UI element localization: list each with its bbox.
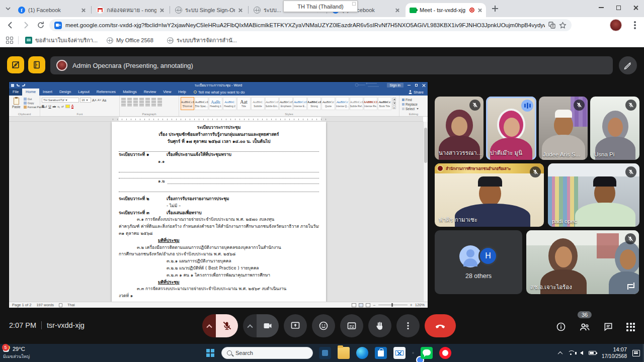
participant-tile[interactable]: padi opec xyxy=(548,163,639,227)
document-page[interactable]: ระเบียบวาระการประชุม เรื่อง ประชุมซักซ้อ… xyxy=(112,122,326,302)
shading-icon[interactable] xyxy=(151,103,156,106)
word-minimize-icon[interactable] xyxy=(408,85,411,85)
replace-button[interactable]: Replace xyxy=(402,103,425,106)
weather-widget[interactable]: 5 29°C มีเมฆส่วนใหญ่ xyxy=(3,345,49,360)
url-text[interactable]: meet.google.com/tsr-vxdd-xjg?fbclid=IwY2… xyxy=(65,22,545,28)
pilcrow-icon[interactable] xyxy=(157,98,162,102)
close-tab-icon[interactable] xyxy=(238,8,243,13)
tab-search-chevron-icon[interactable] xyxy=(5,6,11,12)
select-button[interactable]: Select xyxy=(402,107,425,111)
hidden-icons-chevron[interactable] xyxy=(557,351,562,356)
back-button[interactable] xyxy=(6,21,15,30)
mic-control[interactable] xyxy=(202,314,238,337)
style-subtle-emphasis[interactable]: AaBbCcISubtle Em... xyxy=(265,97,279,110)
style-strong[interactable]: AaBbCcIStrong xyxy=(307,97,321,110)
camera-options-button[interactable] xyxy=(243,314,257,337)
file-explorer-icon[interactable] xyxy=(338,347,350,359)
word-maximize-icon[interactable] xyxy=(415,84,418,86)
style-intense-reference[interactable]: AABBCCIIntense Re... xyxy=(364,97,377,110)
volume-icon[interactable] xyxy=(580,351,583,355)
zoom-out-icon[interactable]: − xyxy=(373,303,375,308)
chrome-active-app[interactable] xyxy=(412,352,414,354)
style-subtitle[interactable]: AaBbCSubtitle xyxy=(251,97,265,110)
zoom-in-icon[interactable]: + xyxy=(410,303,413,308)
more-options-button[interactable] xyxy=(396,314,420,337)
page-indicator[interactable]: Page 1 of 2 xyxy=(12,303,31,307)
taskbar-clock[interactable]: 14:07 17/10/2568 xyxy=(602,346,627,359)
word-vertical-scrollbar[interactable] xyxy=(423,122,428,302)
mail-icon[interactable] xyxy=(393,347,406,359)
scrollbar-thumb[interactable] xyxy=(424,128,427,163)
sort-icon[interactable] xyxy=(151,98,156,102)
activities-button[interactable] xyxy=(626,323,635,331)
tab-gmail[interactable]: กล่องจดหมาย - nongnoh599 xyxy=(93,3,168,17)
style-normal[interactable]: AaBbCcI¶Normal xyxy=(181,97,194,110)
close-tab-icon[interactable] xyxy=(159,8,164,13)
style-heading1[interactable]: AaBtHeading 1 xyxy=(209,97,222,110)
grow-font-button[interactable]: A˄ xyxy=(92,99,97,102)
borders-icon[interactable] xyxy=(157,103,162,106)
crop-icon[interactable] xyxy=(627,283,635,290)
tab-insert[interactable]: Insert xyxy=(39,88,56,96)
window-minimize-button[interactable] xyxy=(593,0,610,15)
bullet-list-icon[interactable] xyxy=(121,98,126,102)
participant-tile-speaking[interactable]: ปาตีเม๊าะ มูนิ xyxy=(486,97,536,160)
window-maximize-button[interactable] xyxy=(610,0,627,15)
start-button[interactable] xyxy=(206,349,214,357)
close-tab-icon[interactable] xyxy=(477,8,482,13)
profile-avatar[interactable] xyxy=(610,19,622,31)
increase-indent-icon[interactable] xyxy=(145,98,150,102)
style-emphasis[interactable]: AaBbCcIEmphasis xyxy=(279,97,293,110)
bold-button[interactable]: B xyxy=(42,105,44,108)
style-book-title[interactable]: AaBbCcBook Title xyxy=(378,97,391,110)
bookmark-myoffice[interactable]: My Office 2568 xyxy=(107,36,153,45)
style-subtle-reference[interactable]: AaBbCcISubtle Ref... xyxy=(350,97,363,110)
justify-icon[interactable] xyxy=(139,103,144,106)
style-intense-emphasis[interactable]: AaBbCcIIntense E... xyxy=(293,97,307,110)
style-quote[interactable]: AaBbCcQuote xyxy=(321,97,335,110)
close-tab-icon[interactable] xyxy=(81,8,86,13)
print-layout-icon[interactable] xyxy=(359,303,363,307)
tab-meet-active[interactable]: Meet - tsr-vxdd-xjg xyxy=(406,3,486,17)
camera-button[interactable] xyxy=(257,314,279,337)
tell-me-box[interactable]: Tell me what you want to do xyxy=(194,90,245,95)
reactions-button[interactable] xyxy=(312,314,335,337)
tab-home[interactable]: Home xyxy=(22,88,39,96)
strikethrough-button[interactable]: ab xyxy=(52,105,56,108)
captions-button[interactable] xyxy=(340,314,363,337)
tab-review[interactable]: Review xyxy=(140,88,160,96)
underline-button[interactable]: U xyxy=(48,105,51,108)
apps-grid-icon[interactable] xyxy=(6,37,13,44)
wifi-icon[interactable] xyxy=(568,350,575,355)
people-button[interactable]: 36 xyxy=(579,322,590,332)
tab-layout[interactable]: Layout xyxy=(74,88,93,96)
window-close-button[interactable] xyxy=(627,0,644,15)
superscript-button[interactable]: x² xyxy=(61,105,64,108)
shrink-font-button[interactable]: A˅ xyxy=(98,99,102,102)
line-icon[interactable] xyxy=(421,347,433,359)
chat-button[interactable] xyxy=(603,322,613,332)
end-call-button[interactable] xyxy=(425,314,456,337)
bookmark-admin-system[interactable]: ระบบบริหารจัดการสำนั... xyxy=(167,36,237,45)
tab-sso[interactable]: ระบบ Single Sign-On สำนัก xyxy=(171,3,247,17)
mic-options-button[interactable] xyxy=(202,314,216,337)
style-heading2[interactable]: AaBbCHeading 2 xyxy=(223,97,236,110)
paste-button[interactable]: Paste xyxy=(11,97,22,110)
tab-mailings[interactable]: Mailings xyxy=(119,88,140,96)
font-size-select[interactable]: 16 xyxy=(80,98,91,103)
tab-help[interactable]: Help xyxy=(175,88,189,96)
tab-file[interactable]: File xyxy=(9,88,22,96)
participant-tile[interactable]: Usna Pi xyxy=(590,97,639,160)
tab-view[interactable]: View xyxy=(159,88,175,96)
leave-room-button[interactable] xyxy=(28,56,45,73)
zoom-level[interactable]: 120% xyxy=(415,303,425,307)
style-no-spacing[interactable]: AaBbCcI¶No Spac... xyxy=(195,97,208,110)
word-count[interactable]: 197 words xyxy=(36,303,54,307)
bookmark-forms[interactable]: ขอสำเนาใบแจ้งค่าบริกา... xyxy=(25,36,98,45)
zoom-slider-thumb[interactable] xyxy=(391,303,393,307)
share-button[interactable]: Share xyxy=(409,90,424,95)
address-bar[interactable]: meet.google.com/tsr-vxdd-xjg?fbclid=IwY2… xyxy=(49,19,572,31)
overflow-participants-tile[interactable]: H 28 others xyxy=(435,230,522,294)
word-close-icon[interactable] xyxy=(422,83,426,87)
app-dark-icon[interactable] xyxy=(319,347,331,359)
